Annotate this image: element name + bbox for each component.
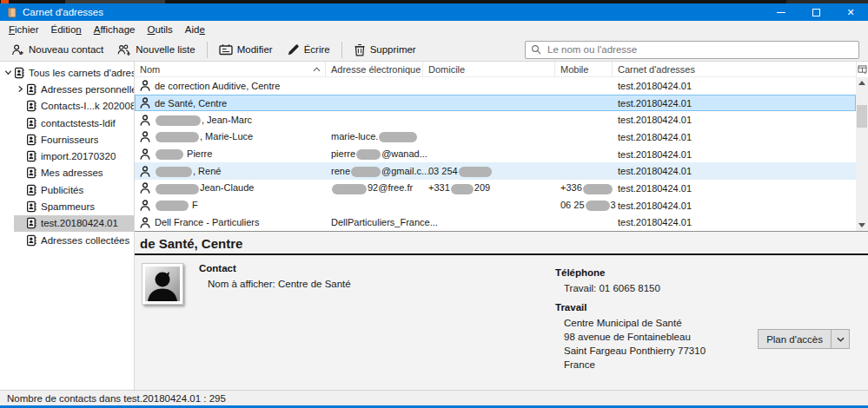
column-picker-button[interactable] <box>856 62 868 77</box>
scroll-up-icon[interactable] <box>856 77 868 89</box>
contact-email: pierre@wanad... <box>331 148 427 160</box>
menu-item[interactable]: Outils <box>141 22 178 37</box>
contact-right-column: Téléphone Travail: 01 6065 8150 Travail … <box>555 267 706 378</box>
contact-mobile: +336 <box>560 182 613 194</box>
sidebar-item[interactable]: Adresses personnelles <box>14 81 134 97</box>
table-row[interactable]: , Jean-Marc test.20180424.01 <box>135 111 856 128</box>
chevron-down-icon[interactable] <box>832 330 849 348</box>
sidebar-item[interactable]: Fournisseurs <box>14 131 134 148</box>
detail-section: Travail Centre Municipal de Santé98 aven… <box>555 302 706 372</box>
scrollbar-thumb[interactable] <box>857 105 867 128</box>
sidebar-item[interactable]: test.20180424.01 <box>14 215 134 232</box>
sidebar-item[interactable]: Adresses collectées <box>14 232 134 248</box>
sidebar-item[interactable]: import.20170320 <box>14 148 134 164</box>
sidebar-item-label: Spammeurs <box>41 201 95 212</box>
contact-home-phone: +331209 <box>428 182 490 194</box>
nouvelle-liste-button[interactable]: Nouvelle liste <box>110 41 202 59</box>
column-header[interactable]: Domicile <box>423 62 555 76</box>
sidebar-item[interactable]: Contacts-I...k 20200806 <box>14 98 134 115</box>
redacted-text <box>351 167 381 177</box>
vertical-scrollbar[interactable] <box>856 77 868 231</box>
contact-email: rene@gmail.c... <box>331 166 429 177</box>
contact-name: F <box>155 200 198 211</box>
text-segment: Dell France - Particuliers <box>155 217 259 227</box>
search-box[interactable] <box>525 41 859 59</box>
column-header[interactable]: Nom <box>135 62 326 76</box>
map-button[interactable]: Plan d'accès <box>758 329 850 349</box>
scroll-down-icon[interactable] <box>856 220 868 231</box>
maximize-button[interactable] <box>798 3 833 21</box>
toolbar-separator <box>341 42 342 58</box>
contact-name: Jean-Claude <box>155 182 254 194</box>
menu-item[interactable]: Édition <box>45 22 88 37</box>
contact-home-phone: 03 254 <box>428 166 493 177</box>
sidebar-item[interactable]: contactstests-ldif <box>14 115 134 131</box>
redacted-text <box>379 132 417 142</box>
detail-section-lines: Centre Municipal de Santé98 avenue de Fo… <box>555 316 706 372</box>
expander-icon[interactable] <box>14 85 26 93</box>
supprimer-button[interactable]: Supprimer <box>347 41 423 59</box>
contact-icon <box>140 131 150 142</box>
column-header[interactable]: Mobile <box>555 62 613 76</box>
column-picker-icon <box>858 65 867 74</box>
background-window-controls-blur <box>786 0 868 3</box>
address-book-icon <box>26 167 37 179</box>
address-book-icon <box>26 234 37 247</box>
sidebar-item[interactable]: Publicités <box>14 181 134 198</box>
contact-icon <box>140 166 150 177</box>
menu-item[interactable]: Aide <box>179 22 211 37</box>
close-button[interactable]: ✕ <box>833 3 868 21</box>
contact-address-book: test.20180424.01 <box>613 132 856 142</box>
table-row[interactable]: de correction Auditive, Centre test.2018… <box>135 77 856 95</box>
text-segment: @wanad... <box>381 148 427 159</box>
table-row[interactable]: , Marie-Luce marie-luce. test.20180424.0… <box>135 128 856 146</box>
detail-line: Nom à afficher: Centre de Santé <box>208 277 351 291</box>
table-row[interactable]: Dell France - Particuliers DellParticuli… <box>135 214 856 232</box>
text-segment: 03 254 <box>428 166 458 176</box>
delete-icon <box>354 43 366 56</box>
person-silhouette-icon <box>145 268 180 301</box>
redacted-text <box>156 115 201 126</box>
contacts-table: de correction Auditive, Centre test.2018… <box>135 77 868 232</box>
redacted-text <box>586 201 610 211</box>
contact-photo <box>142 263 183 305</box>
text-segment: 209 <box>474 182 490 193</box>
column-header-label: Nom <box>140 64 160 75</box>
modifier-button[interactable]: Modifier <box>212 41 280 58</box>
detail-section: Téléphone Travail: 01 6065 8150 <box>555 267 706 295</box>
sidebar-item[interactable]: Mes adresses <box>14 165 134 181</box>
contact-icon <box>140 217 150 228</box>
table-row[interactable]: F 06 253 test.20180424.01 <box>135 197 856 214</box>
expander-icon[interactable] <box>2 69 14 76</box>
table-row[interactable]: Pierre pierre@wanad... test.20180424.01 <box>135 146 856 163</box>
menu-item[interactable]: Affichage <box>88 22 142 37</box>
column-header[interactable]: Adresse électronique <box>326 62 423 76</box>
table-row[interactable]: de Santé, Centre test.20180424.01 <box>135 95 856 112</box>
column-header-label: Mobile <box>560 64 588 75</box>
contact-icon <box>140 115 150 126</box>
sort-asc-icon <box>313 67 321 72</box>
sidebar-item[interactable]: Spammeurs <box>14 198 134 214</box>
minimize-icon <box>777 12 785 13</box>
redacted-text <box>459 167 492 177</box>
nouveau-contact-button[interactable]: Nouveau contact <box>4 41 110 59</box>
menu-item[interactable]: Fichier <box>3 22 45 37</box>
table-row[interactable]: Jean-Claude 92@free.fr +331209 +336 test… <box>135 180 856 197</box>
edit-card-icon <box>219 43 233 56</box>
search-input[interactable] <box>546 43 853 56</box>
contact-name: , Marie-Luce <box>155 131 253 142</box>
text-segment: +336 <box>560 182 582 193</box>
toolbar: Nouveau contactNouvelle listeModifierÉcr… <box>0 38 868 62</box>
sidebar-item[interactable]: Tous les carnets d'adresses <box>2 64 134 81</box>
contact-details-pane: de Santé, Centre Contact Nom à afficher:… <box>135 232 868 390</box>
menu-bar: FichierÉditionAffichageOutilsAide <box>0 21 868 38</box>
table-row[interactable]: , René rene@gmail.c... 03 254 test.20180… <box>135 162 856 180</box>
-crire-button[interactable]: Écrire <box>280 41 337 59</box>
minimize-button[interactable] <box>764 3 798 21</box>
column-header[interactable]: Carnet d'adresses <box>613 62 856 76</box>
toolbar-button-label: Nouvelle liste <box>136 44 195 55</box>
background-window-title-blur <box>65 0 165 3</box>
sidebar-item-label: Contacts-I...k 20200806 <box>41 101 134 111</box>
detail-section-lines: Nom à afficher: Centre de Santé <box>199 277 351 291</box>
contact-icon <box>140 80 150 91</box>
